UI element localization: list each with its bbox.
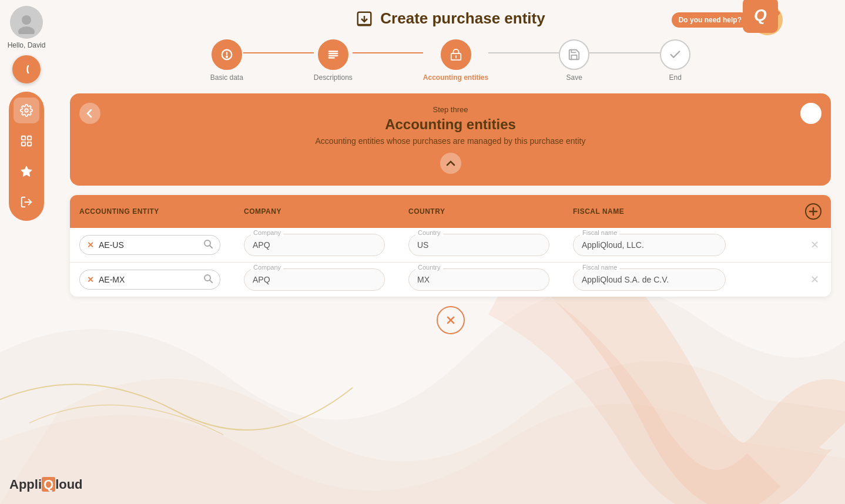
bottom-cancel-area (70, 306, 831, 334)
fiscal-label-2: Fiscal name (580, 264, 619, 271)
th-add (786, 203, 821, 220)
avatar-area: Hello, David (8, 6, 46, 49)
panel-title: Accounting entities (88, 116, 813, 133)
add-row-button[interactable] (805, 203, 821, 220)
entity-value-2: AE-MX (99, 275, 199, 284)
entity-remove-btn-1[interactable]: ✕ (87, 240, 94, 250)
main-content: Create purchase entity Do you need help?… (56, 0, 845, 504)
avatar (10, 6, 43, 39)
entity-search-btn-2[interactable] (203, 274, 213, 285)
sidebar: Hello, David (0, 0, 53, 504)
country-input-wrap-2: Country (408, 268, 549, 291)
orange-panel: Step three Accounting entities Accountin… (70, 93, 831, 186)
panel-back-button[interactable] (79, 103, 100, 124)
company-input-wrap-1: Company (244, 234, 385, 256)
cancel-button[interactable] (437, 306, 465, 334)
step-basic-data[interactable]: Basic data (210, 39, 243, 82)
step-label-end: End (669, 73, 682, 82)
help-bubble[interactable]: Do you need help? (672, 12, 749, 28)
step-descriptions[interactable]: Descriptions (314, 39, 353, 82)
fiscal-cell-1: Fiscal name (573, 234, 786, 256)
panel-toggle[interactable] (88, 153, 813, 174)
svg-line-33 (210, 280, 212, 283)
th-fiscal-name: FISCAL NAME (573, 207, 786, 216)
row-delete-btn-2[interactable]: ✕ (786, 273, 821, 286)
svg-point-1 (18, 26, 35, 34)
entity-cell-1: ✕ AE-US (79, 235, 244, 255)
country-input-1[interactable] (408, 234, 549, 256)
svg-point-21 (226, 56, 227, 58)
company-cell-2: Company (244, 268, 408, 291)
entity-value-1: AE-US (99, 240, 199, 250)
step-accounting-entities[interactable]: Accounting entities (423, 39, 488, 82)
logo-text-start: Appli (9, 477, 42, 492)
entity-cell-2: ✕ AE-MX (79, 270, 244, 290)
svg-rect-3 (22, 136, 25, 140)
company-label-2: Company (251, 264, 283, 271)
step-line-1 (243, 52, 314, 53)
th-country: COUNTRY (408, 207, 573, 216)
hello-text: Hello, David (8, 41, 46, 49)
step-circle-save (559, 39, 589, 70)
steps-bar: Basic data Descriptions (70, 39, 831, 82)
step-end[interactable]: End (660, 39, 690, 82)
th-company: COMPANY (244, 207, 408, 216)
sidebar-item-logout[interactable] (14, 189, 39, 215)
entity-input-wrap-1: ✕ AE-US (79, 235, 220, 255)
bottom-logo: AppliQloud (9, 477, 83, 492)
step-label-accounting: Accounting entities (423, 73, 488, 82)
step-label-save: Save (566, 73, 582, 82)
company-label-1: Company (251, 229, 283, 236)
step-circle-accounting (441, 39, 471, 70)
sidebar-item-puzzle[interactable] (14, 128, 39, 154)
logo-text-end: loud (55, 477, 82, 492)
company-input-2[interactable] (244, 268, 385, 291)
svg-rect-4 (28, 136, 31, 140)
step-label-basic-data: Basic data (210, 73, 243, 82)
svg-point-2 (25, 109, 28, 112)
row-delete-btn-1[interactable]: ✕ (786, 238, 821, 251)
chevron-up-button[interactable] (440, 153, 461, 174)
back-button[interactable] (12, 55, 41, 83)
q-logo: Q (743, 0, 778, 33)
sidebar-item-star[interactable] (14, 159, 39, 184)
table-header: ACCOUNTING ENTITY COMPANY COUNTRY FISCAL… (70, 195, 831, 228)
svg-rect-6 (28, 142, 31, 146)
sidebar-nav (9, 92, 44, 221)
entity-remove-btn-2[interactable]: ✕ (87, 275, 94, 284)
download-icon (356, 10, 373, 28)
country-label-2: Country (415, 264, 443, 271)
th-accounting-entity: ACCOUNTING ENTITY (79, 207, 244, 216)
sidebar-item-settings[interactable] (14, 98, 39, 123)
country-input-wrap-1: Country (408, 234, 549, 256)
fiscal-label-1: Fiscal name (580, 229, 619, 236)
panel-content: Step three Accounting entities Accountin… (88, 105, 813, 146)
company-cell-1: Company (244, 234, 408, 256)
step-circle-basic-data (212, 39, 242, 70)
fiscal-cell-2: Fiscal name (573, 268, 786, 291)
step-line-3 (488, 52, 559, 53)
table-row: ✕ AE-US Company C (70, 228, 831, 263)
country-cell-1: Country (408, 234, 573, 256)
help-widget: Do you need help? Q (672, 4, 784, 36)
step-line-4 (589, 52, 660, 53)
fiscal-input-2[interactable] (573, 268, 726, 291)
panel-subtitle: Accounting entities whose purchases are … (88, 136, 813, 146)
country-cell-2: Country (408, 268, 573, 291)
fiscal-input-1[interactable] (573, 234, 726, 256)
country-label-1: Country (415, 229, 443, 236)
step-save[interactable]: Save (559, 39, 589, 82)
entity-input-wrap-2: ✕ AE-MX (79, 270, 220, 290)
step-circle-end (660, 39, 690, 70)
svg-rect-5 (22, 142, 25, 146)
entity-search-btn-1[interactable] (203, 239, 213, 251)
step-line-2 (353, 52, 423, 53)
step-label-descriptions: Descriptions (314, 73, 353, 82)
step-circle-descriptions (318, 39, 348, 70)
company-input-1[interactable] (244, 234, 385, 256)
company-input-wrap-2: Company (244, 268, 385, 291)
svg-marker-7 (21, 166, 32, 176)
panel-close-button[interactable] (800, 103, 821, 124)
country-input-2[interactable] (408, 268, 549, 291)
panel-step-label: Step three (88, 105, 813, 114)
